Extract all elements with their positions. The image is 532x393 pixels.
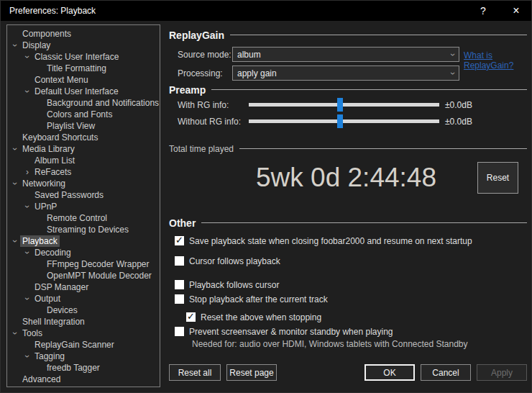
tree-item[interactable]: ReFacets	[7, 166, 160, 178]
tree-item[interactable]: Components	[7, 28, 160, 40]
preamp-slider[interactable]	[249, 114, 439, 129]
chevron-icon[interactable]	[10, 329, 20, 338]
other-options: Save playback state when closing foobar2…	[169, 235, 527, 349]
chevron-icon[interactable]	[22, 168, 32, 176]
tree-item[interactable]: Playlist View	[7, 120, 160, 132]
tree-item-label: ReplayGain Scanner	[32, 339, 116, 351]
tree-item-label: UPnP	[32, 201, 59, 212]
checkbox[interactable]	[186, 312, 196, 322]
checkbox-row[interactable]: Save playback state when closing foobar2…	[175, 235, 527, 246]
tree-item[interactable]: Decoding	[7, 247, 160, 258]
tree-item-label: ReFacets	[32, 166, 73, 178]
checkbox[interactable]	[175, 294, 184, 304]
checkbox-row[interactable]: Prevent screensaver & monitor standby wh…	[175, 326, 527, 337]
tree-item[interactable]: OpenMPT Module Decoder	[7, 270, 160, 281]
tree-item[interactable]: freedb Tagger	[7, 362, 160, 374]
checkbox-row[interactable]: Reset the above when stopping	[186, 312, 527, 322]
tree-item[interactable]: Devices	[7, 304, 160, 316]
chevron-icon[interactable]	[22, 202, 32, 211]
tree-item[interactable]: Tagging	[7, 351, 160, 362]
tree-item[interactable]: Tools	[7, 328, 160, 339]
what-is-replaygain-link[interactable]: What is ReplayGain?	[464, 50, 526, 71]
chevron-icon[interactable]	[22, 248, 32, 257]
tree-item-label: Playback	[20, 235, 60, 247]
reset-page-button[interactable]: Reset page	[226, 364, 277, 381]
chevron-icon[interactable]	[10, 237, 20, 245]
cancel-button[interactable]: Cancel	[421, 364, 471, 381]
checkbox[interactable]	[175, 280, 184, 289]
tree-item-label: Title Formatting	[45, 63, 109, 74]
tree-item[interactable]: Context Menu	[7, 74, 160, 86]
tree-item[interactable]: Saved Passwords	[7, 189, 160, 201]
replaygain-rows: Source mode: album Processing: apply gai…	[169, 47, 527, 81]
tree-item-label: Output	[32, 293, 63, 304]
tree-item[interactable]: Default User Interface	[7, 86, 160, 97]
chevron-down-icon	[448, 53, 458, 56]
chevron-icon[interactable]	[10, 179, 20, 188]
tree-item[interactable]: Advanced	[7, 374, 160, 385]
tree-item[interactable]: FFmpeg Decoder Wrapper	[7, 258, 160, 270]
tree-item-label: Tagging	[32, 351, 67, 362]
tree-item[interactable]: Shell Integration	[7, 316, 160, 328]
tree-item[interactable]: Title Formatting	[7, 63, 160, 74]
replaygain-heading: ReplayGain	[169, 30, 224, 41]
tree-item[interactable]: Media Library	[7, 143, 160, 155]
processing-value: apply gain	[237, 68, 451, 78]
preamp-slider-row: Without RG info: ±0.0dB	[169, 114, 527, 129]
preamp-slider[interactable]	[249, 97, 439, 112]
chevron-icon[interactable]	[22, 87, 32, 96]
tree-item[interactable]: Networking	[7, 178, 160, 189]
other-heading: Other	[169, 217, 196, 229]
tree-item-label: Display	[20, 40, 52, 51]
chevron-icon[interactable]	[22, 294, 32, 303]
help-icon[interactable]: ?	[467, 1, 500, 21]
checkbox-label: Prevent screensaver & monitor standby wh…	[189, 327, 393, 337]
tree-item[interactable]: Colors and Fonts	[7, 109, 160, 120]
reset-time-button[interactable]: Reset	[477, 162, 518, 194]
slider-thumb[interactable]	[337, 114, 343, 128]
slider-thumb[interactable]	[337, 98, 343, 112]
tree-item[interactable]: UPnP	[7, 201, 160, 212]
window-title: Preferences: Playback	[1, 6, 467, 16]
checkbox[interactable]	[175, 327, 184, 336]
group-divider	[201, 222, 527, 223]
tree-item[interactable]: Streaming to Devices	[7, 224, 160, 235]
tree-item[interactable]: ReplayGain Scanner	[7, 339, 160, 351]
chevron-icon[interactable]	[10, 145, 20, 153]
tree-item-label: Background and Notifications	[45, 97, 160, 109]
close-icon[interactable]: ×	[500, 1, 532, 21]
processing-select[interactable]: apply gain	[232, 66, 459, 81]
tree-item[interactable]: Display	[7, 40, 160, 51]
tree-item[interactable]: Remote Control	[7, 212, 160, 224]
checkbox-row[interactable]: Playback follows cursor	[175, 279, 527, 290]
tree-item[interactable]: Background and Notifications	[7, 97, 160, 109]
chevron-icon[interactable]	[22, 53, 32, 61]
checkbox-label: Save playback state when closing foobar2…	[189, 236, 472, 246]
chevron-icon[interactable]	[22, 352, 32, 361]
slider-label: Without RG info:	[178, 117, 249, 127]
checkbox-row[interactable]: Cursor follows playback	[175, 256, 527, 266]
reset-all-button[interactable]: Reset all	[169, 364, 221, 381]
checkbox[interactable]	[175, 236, 184, 245]
tree-item[interactable]: Album List	[7, 155, 160, 166]
tree-item-label: Shell Integration	[20, 316, 87, 328]
ok-button[interactable]: OK	[364, 364, 415, 381]
tree-item[interactable]: DSP Manager	[7, 281, 160, 293]
apply-button[interactable]: Apply	[477, 364, 527, 381]
tree-item[interactable]: Classic User Interface	[7, 51, 160, 63]
slider-track[interactable]	[249, 119, 439, 123]
total-time-value: 5wk 0d 2:44:48	[169, 163, 477, 193]
slider-track[interactable]	[249, 103, 439, 107]
tree-item-label: Tools	[20, 328, 45, 339]
total-time-group-header: Total time played	[169, 143, 527, 154]
tree-item[interactable]: Output	[7, 293, 160, 304]
checkbox-row[interactable]: Stop playback after the current track	[175, 294, 527, 304]
tree-item[interactable]: Playback	[7, 235, 160, 247]
checkbox[interactable]	[175, 256, 184, 266]
chevron-down-icon	[448, 72, 458, 75]
chevron-icon[interactable]	[10, 41, 20, 50]
source-mode-select[interactable]: album	[232, 47, 459, 62]
tree-item[interactable]: Keyboard Shortcuts	[7, 132, 160, 143]
titlebar[interactable]: Preferences: Playback ? ×	[1, 1, 532, 21]
checkbox-label: Reset the above when stopping	[201, 312, 321, 322]
